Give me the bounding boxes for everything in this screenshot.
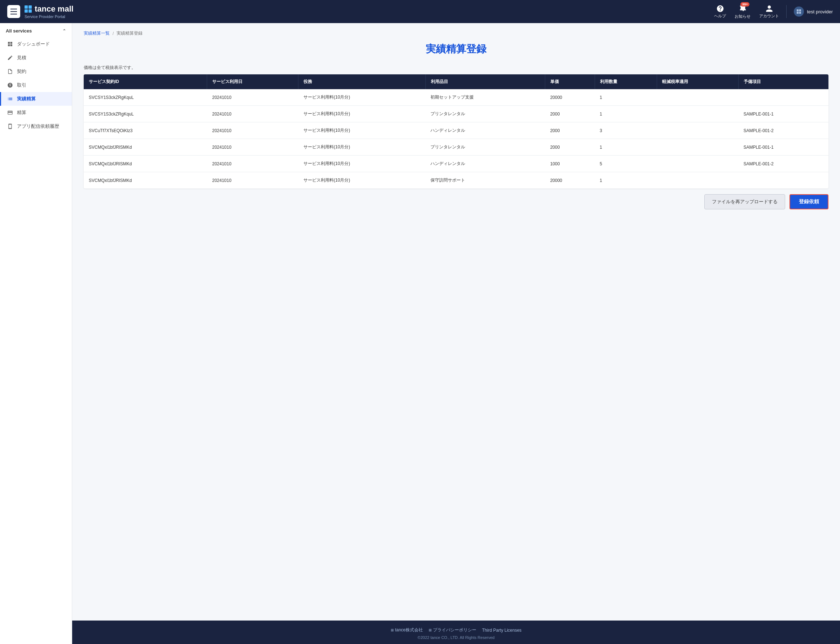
sidebar-item-app-history[interactable]: アプリ配信依頼履歴: [0, 120, 72, 133]
sidebar-app-history-label: アプリ配信依頼履歴: [17, 123, 59, 130]
table-cell-0: SVCMQxl1bfJRlSMKd: [84, 156, 207, 172]
table-cell-2: サービス利用料(10月分): [299, 106, 425, 122]
sidebar-collapse-icon[interactable]: ⌃: [62, 28, 66, 34]
col-unit-price: 単価: [545, 74, 595, 89]
logo-subtitle: Service Provider Portal: [25, 15, 74, 19]
footer-copyright: ©2022 tance CO., LTD. All Rights Reserve…: [79, 635, 833, 640]
notifications-button[interactable]: 99+ お知らせ: [735, 4, 750, 19]
table-cell-4: 2000: [545, 139, 595, 156]
sidebar-estimate-label: 見積: [17, 54, 26, 61]
table-cell-7: SAMPLE-001-1: [738, 106, 829, 122]
table-cell-2: サービス利用料(10月分): [299, 139, 425, 156]
table-cell-1: 20241010: [207, 156, 299, 172]
sidebar-item-contract[interactable]: 契約: [0, 65, 72, 78]
table-row: SVCMQxl1bfJRlSMKd20241010サービス利用料(10月分)プリ…: [84, 139, 829, 156]
account-label: アカウント: [759, 13, 779, 19]
breadcrumb: 実績精算一覧 / 実績精算登録: [84, 30, 829, 36]
grid-icon: [7, 41, 13, 47]
table-cell-4: 20000: [545, 172, 595, 189]
hamburger-button[interactable]: [7, 5, 20, 18]
table-row: SVCSY1S3ckZRgKquL20241010サービス利用料(10月分)初期…: [84, 89, 829, 106]
header-right: ヘルプ 99+ お知らせ アカウント: [714, 4, 833, 19]
device-icon: [7, 123, 13, 130]
account-button[interactable]: アカウント: [759, 5, 779, 19]
help-button[interactable]: ヘルプ: [714, 5, 726, 19]
svg-rect-2: [797, 12, 799, 14]
table-cell-6: [657, 156, 738, 172]
breadcrumb-parent-link[interactable]: 実績精算一覧: [84, 30, 110, 36]
footer-links: ⊞ tance株式会社 ⊞ プライバシーポリシー Third Party Lic…: [79, 627, 833, 633]
footer: ⊞ tance株式会社 ⊞ プライバシーポリシー Third Party Lic…: [72, 621, 840, 644]
breadcrumb-current: 実績精算登録: [116, 30, 143, 36]
provider-icon: [794, 7, 804, 16]
table-row: SVCuTf7XTsEQOiKlz320241010サービス利用料(10月分)ハ…: [84, 122, 829, 139]
table-cell-6: [657, 139, 738, 156]
svg-rect-1: [799, 9, 801, 11]
app-body: All services ⌃ ダッシュボード 見積 契約 取引: [0, 23, 840, 644]
svg-rect-7: [10, 44, 12, 46]
col-item: 利用品目: [425, 74, 545, 89]
sidebar-section-title: All services ⌃: [0, 23, 72, 37]
sidebar: All services ⌃ ダッシュボード 見積 契約 取引: [0, 23, 72, 644]
help-icon: [716, 5, 724, 13]
table-cell-3: プリンタレンタル: [425, 139, 545, 156]
account-icon: [765, 5, 773, 13]
table-cell-5: 3: [595, 122, 657, 139]
logo-top: tance mall: [25, 4, 74, 14]
provider-button[interactable]: test provider: [794, 7, 833, 16]
sidebar-item-dashboard[interactable]: ダッシュボード: [0, 37, 72, 51]
table-cell-7: SAMPLE-001-1: [738, 139, 829, 156]
sidebar-item-billing[interactable]: 精算: [0, 106, 72, 120]
table-cell-3: 保守訪問サポート: [425, 172, 545, 189]
sidebar-item-transaction[interactable]: 取引: [0, 78, 72, 92]
dollar-icon: [7, 82, 13, 89]
table-cell-4: 2000: [545, 106, 595, 122]
sidebar-billing-label: 精算: [17, 109, 26, 116]
table-cell-7: [738, 172, 829, 189]
sidebar-item-estimate[interactable]: 見積: [0, 51, 72, 65]
card-icon: [7, 109, 13, 116]
table-cell-0: SVCMQxl1bfJRlSMKd: [84, 139, 207, 156]
sidebar-item-performance[interactable]: 実績精算: [0, 92, 72, 106]
company-link-label: tance株式会社: [395, 627, 423, 633]
table-cell-7: SAMPLE-001-2: [738, 156, 829, 172]
svg-rect-6: [8, 44, 10, 46]
table-cell-2: サービス利用料(10月分): [299, 156, 425, 172]
third-party-link[interactable]: Third Party Licenses: [482, 628, 522, 633]
help-label: ヘルプ: [714, 13, 726, 19]
logo-text: tance mall: [34, 4, 74, 14]
table-body: SVCSY1S3ckZRgKquL20241010サービス利用料(10月分)初期…: [84, 89, 829, 189]
page-title: 実績精算登録: [84, 42, 829, 56]
header: tance mall Service Provider Portal ヘルプ 9…: [0, 0, 840, 23]
logo-area: tance mall Service Provider Portal: [25, 4, 74, 19]
table-cell-2: サービス利用料(10月分): [299, 122, 425, 139]
sidebar-section-label: All services: [6, 28, 32, 34]
reupload-button[interactable]: ファイルを再アップロードする: [704, 194, 785, 209]
table-cell-6: [657, 89, 738, 106]
action-bar: ファイルを再アップロードする 登録依頼: [84, 189, 829, 212]
table-cell-6: [657, 172, 738, 189]
sidebar-performance-label: 実績精算: [17, 96, 36, 102]
svg-rect-3: [799, 12, 801, 14]
table-cell-6: [657, 122, 738, 139]
svg-rect-4: [8, 42, 10, 44]
notifications-badge: 99+: [740, 2, 750, 7]
svg-rect-0: [797, 9, 799, 11]
register-button[interactable]: 登録依頼: [789, 194, 829, 209]
table-row: SVCMQxl1bfJRlSMKd20241010サービス利用料(10月分)保守…: [84, 172, 829, 189]
main-content: 実績精算一覧 / 実績精算登録 実績精算登録 価格は全て税抜表示です。 サービス…: [72, 23, 840, 644]
table-cell-3: ハンディレンタル: [425, 156, 545, 172]
table-cell-0: SVCMQxl1bfJRlSMKd: [84, 172, 207, 189]
col-service-date: サービス利用日: [207, 74, 299, 89]
col-quantity: 利用数量: [595, 74, 657, 89]
col-reduced-tax: 軽減税率適用: [657, 74, 738, 89]
content-area: 実績精算一覧 / 実績精算登録 実績精算登録 価格は全て税抜表示です。 サービス…: [72, 23, 840, 621]
col-reserve: 予備項目: [738, 74, 829, 89]
doc-icon: [7, 68, 13, 75]
header-icon-group: ヘルプ 99+ お知らせ アカウント: [714, 4, 779, 19]
table-cell-5: 1: [595, 106, 657, 122]
table-cell-1: 20241010: [207, 106, 299, 122]
privacy-link[interactable]: ⊞ プライバシーポリシー: [429, 627, 476, 633]
company-link[interactable]: ⊞ tance株式会社: [391, 627, 423, 633]
table-cell-1: 20241010: [207, 139, 299, 156]
